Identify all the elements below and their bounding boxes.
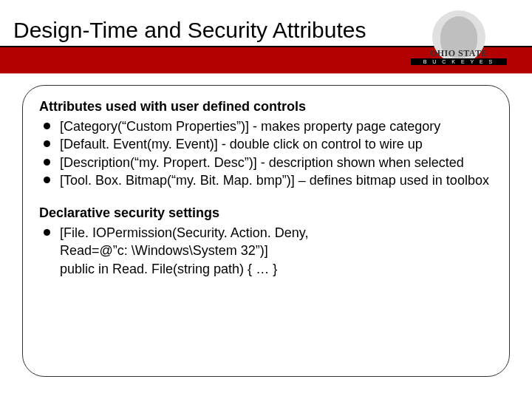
section1-list: [Category(“Custom Properties”)] - makes … [39,117,493,189]
logo-line1: OHIO STATE [411,49,507,58]
list-item: [File. IOPermission(Security. Action. De… [39,224,493,242]
list-item: [Tool. Box. Bitmap(“my. Bit. Map. bmp”)]… [39,171,493,189]
list-item: [Description(“my. Propert. Desc”)] - des… [39,154,493,171]
section2-list: [File. IOPermission(Security. Action. De… [39,224,493,242]
section2-cont1: Read=@”c: \Windows\System 32”)] [39,242,493,259]
logo-ohio-state: OHIO STATE B U C K E Y E S [411,10,507,74]
section2-heading: Declarative security settings [39,205,493,221]
section2-cont2: public in Read. File(string path) { … } [39,260,493,278]
list-item: [Default. Event(my. Event)] - double cli… [39,135,493,153]
logo-line2: B U C K E Y E S [411,58,507,65]
logo-text: OHIO STATE B U C K E Y E S [411,49,507,66]
content-frame: Attributes used with user defined contro… [22,85,510,377]
section1-heading: Attributes used with user defined contro… [39,99,493,115]
page-title: Design-Time and Security Attributes [13,18,366,43]
list-item: [Category(“Custom Properties”)] - makes … [39,117,493,135]
